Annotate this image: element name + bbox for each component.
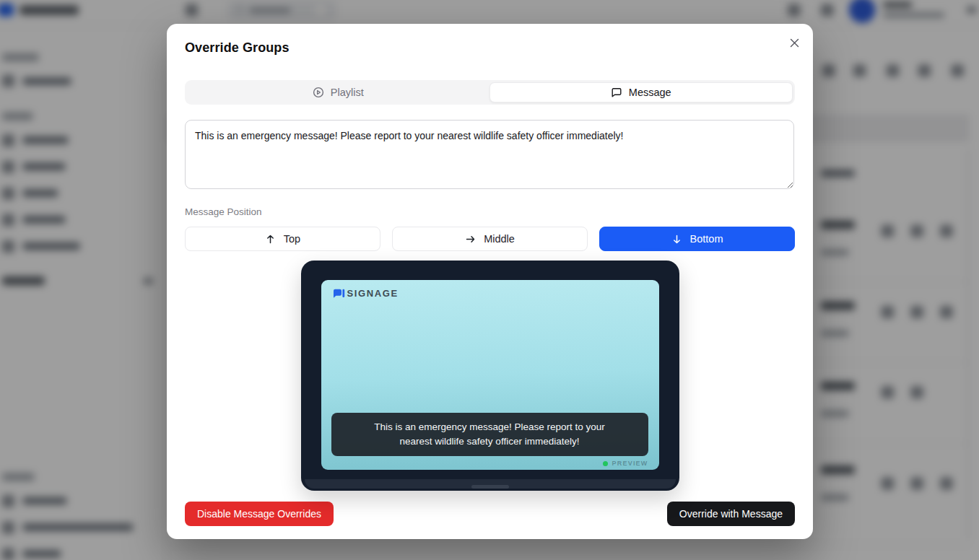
position-bottom-button[interactable]: Bottom	[599, 227, 795, 251]
arrow-down-icon	[671, 234, 682, 245]
preview-message-box: This is an emergency message! Please rep…	[331, 413, 648, 456]
position-middle-button[interactable]: Middle	[392, 227, 588, 251]
message-position-label: Message Position	[185, 206, 795, 217]
pisignage-logo: SIGNAGE	[333, 288, 399, 299]
tab-playlist-label: Playlist	[331, 87, 364, 98]
brand-label: SIGNAGE	[347, 288, 399, 299]
preview-badge: PREVIEW	[612, 460, 648, 467]
preview-screen: SIGNAGE This is an emergency message! Pl…	[321, 280, 659, 470]
play-circle-icon	[313, 87, 324, 98]
override-type-tabs: Playlist Message	[185, 80, 795, 105]
close-icon[interactable]	[788, 37, 800, 48]
message-textarea[interactable]: This is an emergency message! Please rep…	[185, 120, 794, 189]
screen-preview: SIGNAGE This is an emergency message! Pl…	[301, 261, 679, 491]
arrow-right-icon	[465, 234, 476, 245]
position-middle-label: Middle	[484, 233, 515, 245]
pisignage-logo-icon	[333, 289, 345, 299]
message-position-group: Top Middle Bottom	[185, 227, 795, 251]
modal-footer: Disable Message Overrides Override with …	[185, 502, 795, 526]
tab-playlist[interactable]: Playlist	[187, 82, 490, 102]
disable-message-overrides-button[interactable]: Disable Message Overrides	[185, 502, 334, 526]
position-top-button[interactable]: Top	[185, 227, 380, 251]
chat-bubble-icon	[611, 87, 622, 98]
arrow-up-icon	[265, 234, 276, 245]
tab-message[interactable]: Message	[490, 82, 793, 102]
override-groups-modal: Override Groups Playlist	[167, 24, 813, 539]
live-dot-icon	[603, 461, 608, 466]
app-window: Override Groups Playlist	[0, 0, 979, 560]
preview-indicator: PREVIEW	[603, 460, 648, 467]
override-with-message-button[interactable]: Override with Message	[667, 502, 795, 526]
tab-message-label: Message	[629, 87, 671, 98]
modal-title: Override Groups	[185, 40, 795, 56]
position-bottom-label: Bottom	[690, 233, 723, 245]
position-top-label: Top	[284, 233, 300, 245]
